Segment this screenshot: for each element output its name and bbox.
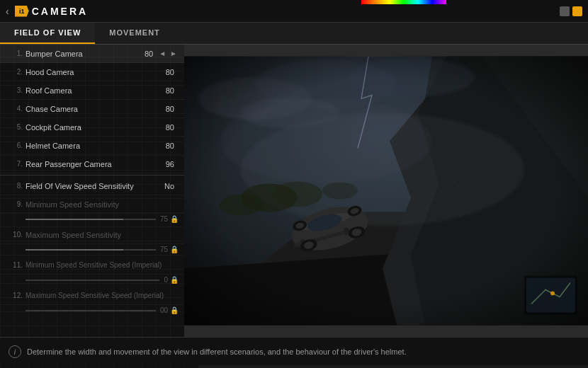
row-number: 8. xyxy=(6,182,23,190)
bottom-info-bar: i Determine the width and movement of th… xyxy=(0,337,588,365)
slider-row-9: 75 🔒 xyxy=(0,214,184,226)
slider-value-10: 75 xyxy=(160,246,168,253)
lock-icon-11: 🔒 xyxy=(170,276,179,284)
row-number: 2. xyxy=(6,68,23,76)
slider-row-11: 0 🔒 xyxy=(0,275,184,287)
settings-panel: 1. Bumper Camera 80 ◄ ► 2. Hood Camera 8… xyxy=(0,45,184,337)
list-item: 10. Maximum Speed Sensitivity xyxy=(0,226,184,244)
close-btn[interactable] xyxy=(572,6,582,16)
header-title: CAMERA xyxy=(32,6,88,17)
list-item[interactable]: 6. Helmet Camera 80 xyxy=(0,137,184,155)
slider-row-12: 00 🔒 xyxy=(0,305,184,317)
logo-icon: i1 xyxy=(15,6,29,17)
row-number: 10. xyxy=(6,231,23,238)
setting-label: Maximum Speed Sensitivity xyxy=(26,231,179,239)
list-item[interactable]: 5. Cockpit Camera 80 xyxy=(0,118,184,137)
header-controls xyxy=(560,6,582,16)
setting-label: Maximum Speed Sensitive Speed (Imperial) xyxy=(26,292,179,299)
minimize-btn[interactable] xyxy=(560,6,570,16)
slider-value-11: 0 xyxy=(164,276,168,284)
setting-label: Cockpit Camera xyxy=(26,123,166,132)
row-number: 3. xyxy=(6,86,23,94)
slider-value-12: 00 xyxy=(160,306,168,314)
header: ‹ i1 CAMERA xyxy=(0,0,588,23)
setting-value: 80 xyxy=(166,142,174,150)
list-item[interactable]: 1. Bumper Camera 80 ◄ ► xyxy=(0,45,184,63)
setting-value: 80 xyxy=(166,123,174,132)
list-item[interactable]: 7. Rear Passenger Camera 96 xyxy=(0,155,184,173)
row-number: 12. xyxy=(6,292,23,299)
list-item[interactable]: 8. Field Of View Speed Sensitivity No xyxy=(0,177,184,195)
row-number: 9. xyxy=(6,200,23,208)
info-icon: i xyxy=(9,345,21,358)
setting-label: Bumper Camera xyxy=(26,50,145,58)
setting-value: 80 xyxy=(166,68,174,76)
row-number: 4. xyxy=(6,105,23,113)
setting-label: Field Of View Speed Sensitivity xyxy=(26,182,164,190)
setting-value: No xyxy=(164,182,174,190)
svg-point-37 xyxy=(550,292,555,296)
row-number: 7. xyxy=(6,160,23,168)
row-number: 6. xyxy=(6,142,23,149)
list-item[interactable]: 2. Hood Camera 80 xyxy=(0,63,184,81)
setting-value: 80 xyxy=(166,105,174,113)
tab-bar: FIELD OF VIEW MOVEMENT xyxy=(0,23,588,45)
setting-label: Rear Passenger Camera xyxy=(26,160,166,168)
tab-field-of-view[interactable]: FIELD OF VIEW xyxy=(0,23,95,44)
row-number: 1. xyxy=(6,50,23,57)
tab-movement[interactable]: MOVEMENT xyxy=(95,23,174,44)
svg-rect-36 xyxy=(526,278,575,313)
setting-label: Roof Camera xyxy=(26,86,166,95)
row-number: 5. xyxy=(6,123,23,131)
arrow-left[interactable]: ◄ xyxy=(157,50,167,57)
setting-label: Hood Camera xyxy=(26,68,166,76)
header-logo: i1 CAMERA xyxy=(15,6,88,17)
back-button[interactable]: ‹ xyxy=(6,6,9,17)
info-text: Determine the width and movement of the … xyxy=(27,347,407,356)
lock-icon-10: 🔒 xyxy=(170,246,179,253)
main-content: 1. Bumper Camera 80 ◄ ► 2. Hood Camera 8… xyxy=(0,45,588,337)
slider-row-10: 75 🔒 xyxy=(0,244,184,256)
setting-label: Chase Camera xyxy=(26,105,166,113)
setting-value: 80 xyxy=(145,50,153,58)
setting-label: Minimum Speed Sensitive Speed (Imperial) xyxy=(26,261,179,269)
color-bar xyxy=(361,0,446,4)
list-item: 11. Minimum Speed Sensitive Speed (Imper… xyxy=(0,256,184,275)
list-item: 9. Minimum Speed Sensitivity xyxy=(0,195,184,214)
lock-icon-9: 🔒 xyxy=(170,215,179,223)
setting-value: 96 xyxy=(166,160,174,168)
lock-icon-12: 🔒 xyxy=(170,306,179,314)
list-item[interactable]: 4. Chase Camera 80 xyxy=(0,100,184,118)
arrow-right[interactable]: ► xyxy=(169,50,179,57)
divider xyxy=(0,175,184,176)
list-item[interactable]: 3. Roof Camera 80 xyxy=(0,81,184,100)
setting-label: Helmet Camera xyxy=(26,142,166,150)
list-item: 12. Maximum Speed Sensitive Speed (Imper… xyxy=(0,287,184,305)
camera-preview xyxy=(184,45,588,337)
value-arrows[interactable]: ◄ ► xyxy=(157,50,179,57)
slider-value-9: 75 xyxy=(160,215,168,223)
scene-svg xyxy=(184,45,588,337)
camera-preview-panel xyxy=(184,45,588,337)
setting-value: 80 xyxy=(166,86,174,95)
row-number: 11. xyxy=(6,261,23,269)
setting-label: Minimum Speed Sensitivity xyxy=(26,200,179,209)
